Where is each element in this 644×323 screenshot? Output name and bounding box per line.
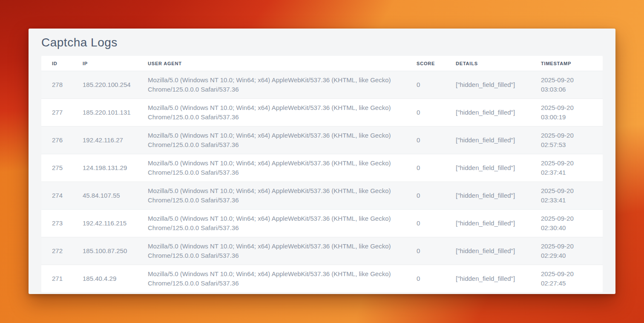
cell-timestamp: 2025-09-20 02:27:45 (530, 265, 603, 293)
column-header-details: DETAILS (445, 56, 530, 71)
cell-id: 271 (41, 265, 72, 293)
cell-ip: 45.84.107.55 (72, 182, 137, 210)
cell-user-agent: Mozilla/5.0 (Windows NT 10.0; Win64; x64… (137, 71, 406, 99)
cell-timestamp: 2025-09-20 02:30:40 (530, 210, 603, 237)
cell-score: 0 (406, 99, 445, 127)
cell-score: 0 (406, 265, 445, 293)
table-row: 274 45.84.107.55 Mozilla/5.0 (Windows NT… (41, 182, 603, 210)
cell-details: ["hidden_field_filled"] (445, 127, 530, 154)
cell-id: 276 (41, 127, 72, 154)
cell-details: ["hidden_field_filled"] (445, 99, 530, 127)
column-header-timestamp: TIMESTAMP (530, 56, 603, 71)
column-header-user-agent: USER AGENT (137, 56, 406, 71)
cell-user-agent: Mozilla/5.0 (Windows NT 10.0; Win64; x64… (137, 210, 406, 237)
table-row: 272 185.100.87.250 Mozilla/5.0 (Windows … (41, 237, 603, 265)
captcha-logs-card: Captcha Logs ID IP USER AGENT SCORE DETA… (29, 29, 615, 294)
cell-user-agent: Mozilla/5.0 (Windows NT 10.0; Win64; x64… (137, 182, 406, 210)
cell-id: 273 (41, 210, 72, 237)
page-background: { "page": { "title": "Captcha Logs" }, "… (0, 0, 644, 323)
cell-user-agent: Mozilla/5.0 (Windows NT 10.0; Win64; x64… (137, 237, 406, 265)
cell-ip: 185.220.101.131 (72, 99, 137, 127)
cell-score: 0 (406, 182, 445, 210)
table-row: 278 185.220.100.254 Mozilla/5.0 (Windows… (41, 71, 603, 99)
cell-timestamp: 2025-09-20 02:29:40 (530, 237, 603, 265)
cell-timestamp: 2025-09-20 02:33:41 (530, 182, 603, 210)
cell-timestamp: 2025-09-20 02:37:41 (530, 154, 603, 182)
cell-details: ["hidden_field_filled"] (445, 265, 530, 293)
table-row: 275 124.198.131.29 Mozilla/5.0 (Windows … (41, 154, 603, 182)
cell-details: ["hidden_field_filled"] (445, 154, 530, 182)
table-row: 271 185.40.4.29 Mozilla/5.0 (Windows NT … (41, 265, 603, 293)
cell-details: ["hidden_field_filled"] (445, 210, 530, 237)
cell-score: 0 (406, 237, 445, 265)
cell-id: 275 (41, 154, 72, 182)
cell-ip: 192.42.116.215 (72, 210, 137, 237)
table-row: 277 185.220.101.131 Mozilla/5.0 (Windows… (41, 99, 603, 127)
table-row: 276 192.42.116.27 Mozilla/5.0 (Windows N… (41, 127, 603, 154)
cell-user-agent: Mozilla/5.0 (Windows NT 10.0; Win64; x64… (137, 265, 406, 293)
cell-timestamp: 2025-09-20 03:03:06 (530, 71, 603, 99)
cell-user-agent: Mozilla/5.0 (Windows NT 10.0; Win64; x64… (137, 154, 406, 182)
cell-timestamp: 2025-09-20 03:00:19 (530, 99, 603, 127)
cell-user-agent: Mozilla/5.0 (Windows NT 10.0; Win64; x64… (137, 99, 406, 127)
cell-id: 278 (41, 71, 72, 99)
column-header-score: SCORE (406, 56, 445, 71)
cell-id: 277 (41, 99, 72, 127)
cell-ip: 192.42.116.27 (72, 127, 137, 154)
cell-details: ["hidden_field_filled"] (445, 71, 530, 99)
cell-score: 0 (406, 210, 445, 237)
table-header: ID IP USER AGENT SCORE DETAILS TIMESTAMP (41, 56, 603, 71)
cell-ip: 185.220.100.254 (72, 71, 137, 99)
cell-timestamp: 2025-09-20 02:57:53 (530, 127, 603, 154)
cell-id: 274 (41, 182, 72, 210)
cell-ip: 185.100.87.250 (72, 237, 137, 265)
cell-ip: 185.40.4.29 (72, 265, 137, 293)
cell-id: 272 (41, 237, 72, 265)
cell-score: 0 (406, 71, 445, 99)
cell-details: ["hidden_field_filled"] (445, 237, 530, 265)
column-header-id: ID (41, 56, 72, 71)
cell-score: 0 (406, 154, 445, 182)
captcha-logs-table-container: ID IP USER AGENT SCORE DETAILS TIMESTAMP… (41, 56, 603, 292)
table-row: 273 192.42.116.215 Mozilla/5.0 (Windows … (41, 210, 603, 237)
table-body: 278 185.220.100.254 Mozilla/5.0 (Windows… (41, 71, 603, 293)
cell-details: ["hidden_field_filled"] (445, 182, 530, 210)
cell-score: 0 (406, 127, 445, 154)
captcha-logs-table: ID IP USER AGENT SCORE DETAILS TIMESTAMP… (41, 56, 603, 292)
page-title: Captcha Logs (41, 35, 603, 50)
table-header-row: ID IP USER AGENT SCORE DETAILS TIMESTAMP (41, 56, 603, 71)
cell-ip: 124.198.131.29 (72, 154, 137, 182)
cell-user-agent: Mozilla/5.0 (Windows NT 10.0; Win64; x64… (137, 127, 406, 154)
column-header-ip: IP (72, 56, 137, 71)
